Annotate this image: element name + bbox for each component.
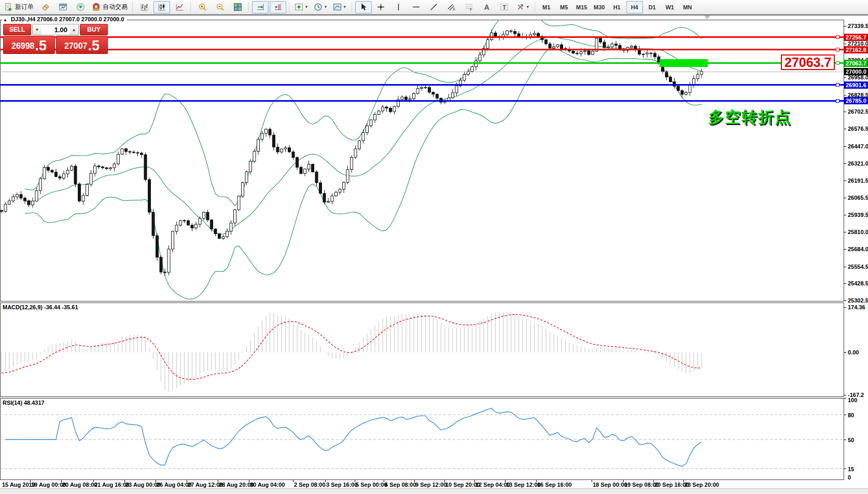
buy-button[interactable]: BUY	[80, 24, 108, 35]
price-tick-label: 25684.0	[848, 246, 868, 252]
time-axis[interactable]: 15 Aug 201919 Aug 00:0020 Aug 08:0021 Au…	[0, 480, 868, 488]
time-tick	[249, 480, 249, 482]
chart-shift-button[interactable]	[270, 1, 286, 13]
timeframe-m15-button[interactable]: M15	[573, 1, 590, 13]
toolbar-item-label: M5	[560, 4, 568, 10]
time-tick	[414, 480, 415, 482]
timeframe-h4-button[interactable]: H4	[626, 1, 643, 13]
horizontal-level-line[interactable]	[0, 72, 844, 72]
text-label-button[interactable]: T	[496, 1, 513, 13]
toolbar-group: ▼▼▼	[292, 0, 349, 14]
new-order-button[interactable]: 新订单	[2, 1, 36, 13]
buy-price-display[interactable]: 27007 .5	[56, 36, 108, 54]
price-axis[interactable]: 27339.527210.027084.026958.026828.526702…	[844, 16, 868, 488]
trendline-icon	[429, 3, 438, 11]
add-indicator-button[interactable]: ▼	[292, 1, 311, 13]
highlight-zone-rect[interactable]	[660, 59, 708, 67]
price-tick-label: 25554.5	[848, 264, 868, 270]
autotrading-button[interactable]: 自动交易	[90, 1, 130, 13]
horizontal-level-line[interactable]	[0, 84, 844, 86]
crosshair-icon	[376, 3, 385, 11]
line-endpoint-marker[interactable]	[836, 61, 839, 65]
volume-stepper: ▼ ▲	[32, 24, 79, 35]
time-tick	[683, 480, 684, 482]
sell-button[interactable]: SELL	[3, 24, 31, 35]
toolbar-item-label: M30	[594, 4, 605, 10]
macd-plot	[0, 303, 844, 397]
text-button[interactable]: A	[479, 1, 495, 13]
time-tick-label: 9 Sep 12:00	[415, 482, 447, 488]
equidistant-channel-button[interactable]: E	[443, 1, 460, 13]
macd-histogram	[2, 312, 702, 392]
auto-scroll-button[interactable]	[252, 1, 269, 13]
price-tick	[844, 112, 846, 112]
time-tick-label: 23 Sep 20:00	[684, 482, 719, 488]
time-tick	[384, 480, 384, 482]
sell-price-display[interactable]: 26998 .5	[3, 36, 55, 54]
volume-decrease-button[interactable]: ▼	[33, 24, 41, 35]
timeframe-m30-button[interactable]: M30	[591, 1, 608, 13]
price-callout-label[interactable]: 27063.7	[781, 54, 835, 70]
line-endpoint-marker[interactable]	[836, 35, 839, 39]
price-tag: 27162.8	[844, 46, 868, 53]
toolbar-separator	[352, 3, 353, 12]
timeframe-m5-button[interactable]: M5	[556, 1, 572, 13]
zoom-in-icon	[198, 3, 207, 11]
volume-increase-button[interactable]: ▲	[69, 24, 78, 35]
svg-text:A: A	[484, 3, 489, 11]
horizontal-level-line[interactable]	[0, 49, 844, 50]
timeframe-m1-button[interactable]: M1	[538, 1, 555, 13]
templates-button[interactable]: ▼	[331, 1, 349, 13]
time-tick	[592, 480, 592, 482]
time-tick	[218, 480, 218, 482]
tile-windows-button[interactable]	[229, 1, 246, 13]
time-tick	[30, 480, 31, 482]
zoom-out-button[interactable]	[212, 1, 228, 13]
volume-input[interactable]	[41, 24, 69, 35]
fibonacci-button[interactable]: F	[461, 1, 478, 13]
line-endpoint-marker[interactable]	[836, 48, 839, 51]
signal-button[interactable]	[72, 1, 89, 13]
price-tick	[844, 181, 846, 181]
toolbar-item-label: H1	[613, 4, 621, 10]
symbol-header: ▲ DJ30-,H4 27006.0 27007.0 27000.0 27000…	[2, 16, 127, 23]
rsi-tick	[844, 469, 846, 469]
chart-annotation-text[interactable]: 多空转折点	[708, 107, 791, 128]
line-chart-button[interactable]	[171, 1, 188, 13]
crosshair-button[interactable]	[373, 1, 389, 13]
eraser-button[interactable]	[37, 1, 53, 13]
timeframe-h1-button[interactable]: H1	[609, 1, 625, 13]
periods-clock-button[interactable]: ▼	[312, 1, 330, 13]
time-tick-label: 19 Aug 00:00	[31, 482, 66, 488]
macd-tick	[844, 352, 846, 353]
line-endpoint-marker[interactable]	[836, 83, 839, 87]
line-endpoint-marker[interactable]	[836, 99, 839, 103]
bars-chart-button[interactable]	[136, 1, 152, 13]
horizontal-level-line[interactable]	[0, 62, 844, 64]
timeframe-mn-button[interactable]: MN	[679, 1, 696, 13]
horizontal-level-line[interactable]	[0, 100, 844, 102]
chart-window-button[interactable]	[54, 1, 71, 13]
horizontal-line-button[interactable]	[408, 1, 425, 13]
vertical-line-button[interactable]	[390, 1, 407, 13]
zoom-in-button[interactable]	[194, 1, 211, 13]
timeframe-w1-button[interactable]: W1	[662, 1, 678, 13]
periods-clock-icon	[314, 3, 323, 11]
trading-terminal: { "toolbar": { "groups": [ {"items":[{"i…	[0, 0, 868, 494]
time-tick	[505, 480, 506, 482]
trendline-button[interactable]	[426, 1, 442, 13]
cursor-button[interactable]	[355, 1, 372, 13]
candles-chart-button[interactable]	[153, 1, 170, 13]
price-tick	[844, 267, 846, 267]
rsi-tick-label: 50	[848, 437, 854, 443]
vertical-line-icon	[394, 3, 403, 11]
macd-tick-label: 0.00	[848, 349, 859, 355]
horizontal-level-line[interactable]	[0, 36, 844, 38]
rsi-tick-label: 15	[848, 466, 854, 472]
time-tick	[653, 480, 654, 482]
collapse-panel-icon[interactable]: ▲	[3, 18, 7, 22]
price-tick-label: 26191.5	[848, 177, 868, 184]
arrows-button[interactable]: ▼	[514, 1, 532, 13]
time-tick	[355, 480, 355, 482]
timeframe-d1-button[interactable]: D1	[644, 1, 661, 13]
